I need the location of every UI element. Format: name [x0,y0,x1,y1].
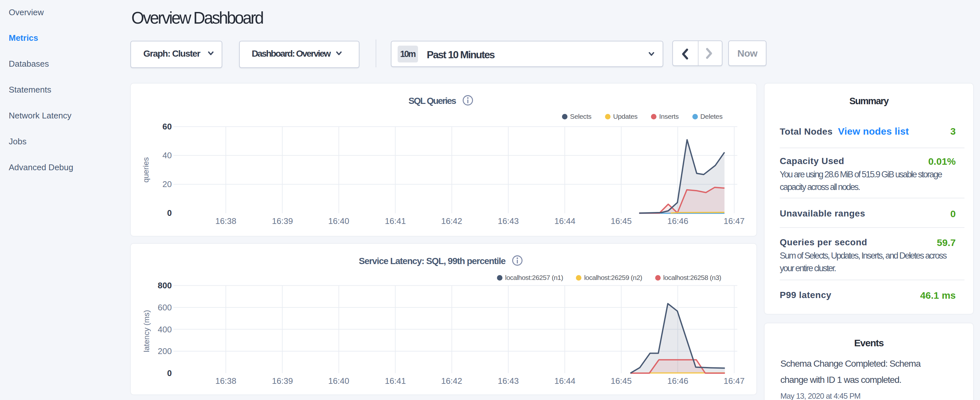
svg-text:16:45: 16:45 [611,216,632,226]
svg-text:60: 60 [162,122,172,131]
svg-text:16:40: 16:40 [328,376,349,386]
svg-text:16:40: 16:40 [328,216,349,226]
svg-text:16:42: 16:42 [441,216,462,226]
svg-text:0: 0 [167,208,172,218]
svg-text:400: 400 [158,325,172,334]
svg-text:16:46: 16:46 [667,216,688,226]
svg-text:16:47: 16:47 [724,216,745,226]
svg-text:16:38: 16:38 [215,376,236,386]
svg-text:800: 800 [158,280,172,290]
svg-text:latency (ms): latency (ms) [142,310,151,352]
svg-text:16:43: 16:43 [498,376,519,386]
svg-text:16:44: 16:44 [554,376,575,386]
svg-text:16:38: 16:38 [215,216,236,226]
svg-text:20: 20 [162,179,172,189]
svg-text:600: 600 [158,303,172,312]
svg-text:16:45: 16:45 [611,376,632,386]
svg-text:16:39: 16:39 [272,216,293,226]
svg-text:0: 0 [167,368,172,378]
svg-text:queries: queries [142,157,150,183]
svg-text:16:43: 16:43 [498,216,519,226]
svg-text:16:47: 16:47 [724,376,745,386]
svg-text:16:41: 16:41 [385,376,406,386]
svg-text:16:46: 16:46 [667,376,688,386]
svg-text:16:39: 16:39 [272,376,293,386]
svg-text:200: 200 [158,346,172,356]
svg-text:40: 40 [162,150,172,160]
svg-text:16:41: 16:41 [385,216,406,226]
svg-text:16:44: 16:44 [554,216,575,226]
svg-text:16:42: 16:42 [441,376,462,386]
